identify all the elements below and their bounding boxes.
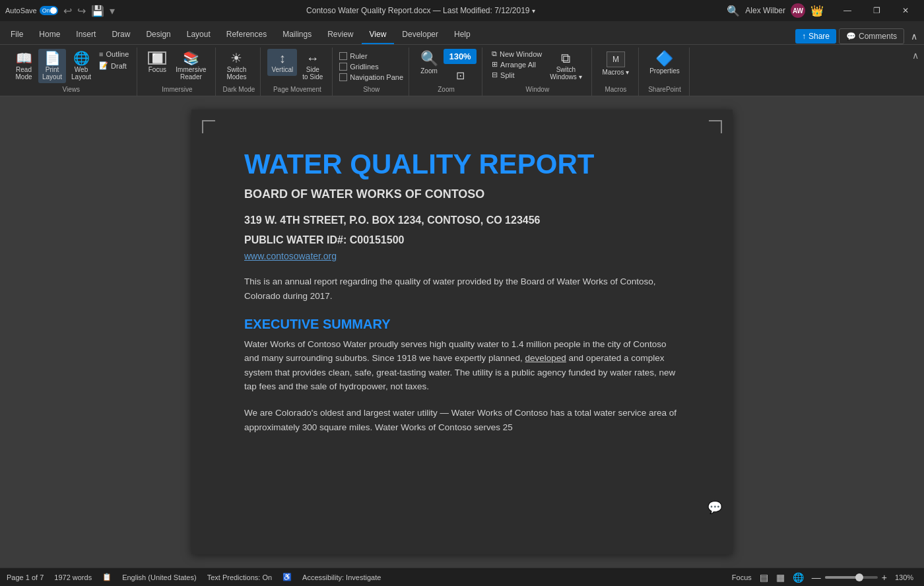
accessibility-icon[interactable]: ♿ [282, 573, 292, 581]
navigation-pane-checkbox-box[interactable] [339, 73, 347, 81]
zoom-slider-thumb[interactable] [855, 573, 863, 581]
language-label[interactable]: English (United States) [122, 573, 197, 581]
zoom-one-page-button[interactable]: ⊡ [444, 67, 477, 84]
macros-button[interactable]: M Macros ▾ [599, 49, 634, 79]
switch-modes-button[interactable]: ☀ SwitchModes [222, 49, 250, 83]
search-icon[interactable]: 🔍 [727, 5, 740, 17]
side-to-side-button[interactable]: ↔ Sideto Side [298, 49, 327, 83]
tab-help[interactable]: Help [446, 26, 478, 44]
pagemovement-label: Page Movement [267, 86, 327, 94]
share-button[interactable]: ↑ Share [795, 29, 836, 44]
zoom-pct-group: 130% ⊡ [444, 49, 477, 84]
user-avatar[interactable]: AW [791, 3, 805, 18]
restore-button[interactable]: ❐ [863, 1, 890, 20]
zoom-icon: 🔍 [420, 51, 438, 66]
views-label: Views [11, 86, 131, 94]
last-modified-dropdown[interactable]: ▾ [532, 7, 535, 15]
switch-windows-button[interactable]: ⧉ SwitchWindows ▾ [546, 49, 585, 83]
document-website[interactable]: www.contosowater.org [244, 251, 680, 261]
customize-icon[interactable]: ▾ [110, 5, 115, 17]
arrange-all-button[interactable]: ⊞ Arrange All [489, 59, 544, 69]
ribbon-group-immersive: ⬜ Focus 📚 ImmersiveReader Immersive [139, 48, 216, 96]
immersive-reader-icon: 📚 [183, 51, 199, 65]
zoom-level-label[interactable]: 130% [895, 573, 917, 581]
print-layout-button[interactable]: 📄 PrintLayout [38, 49, 66, 83]
word-count: 1972 words [54, 573, 92, 581]
ruler-checkbox[interactable]: Ruler [339, 51, 367, 61]
comments-button[interactable]: 💬 Comments [839, 28, 904, 44]
navigation-pane-checkbox[interactable]: Navigation Pane [339, 73, 403, 82]
tab-layout[interactable]: Layout [179, 26, 218, 44]
executive-summary-para1: Water Works of Contoso Water proudly ser… [244, 337, 680, 394]
undo-icon[interactable]: ↩ [63, 5, 72, 17]
executive-summary-title: EXECUTIVE SUMMARY [244, 317, 680, 332]
gridlines-checkbox[interactable]: Gridlines [339, 62, 378, 71]
properties-button[interactable]: 🔷 Properties [645, 49, 684, 77]
split-button[interactable]: ⊟ Split [489, 70, 544, 80]
document-area: WATER QUALITY REPORT BOARD OF WATER WORK… [0, 96, 924, 568]
accessibility-label[interactable]: Accessibility: Investigate [302, 573, 381, 581]
focus-label[interactable]: Focus [732, 573, 752, 581]
title-bar-right: 🔍 Alex Wilber AW 👑 — ❐ ✕ [727, 1, 919, 20]
outline-icon: ≡ [99, 50, 103, 58]
ruler-checkbox-box[interactable] [339, 52, 347, 60]
tab-draw[interactable]: Draw [104, 26, 138, 44]
pagemovement-items: ↕ Vertical ↔ Sideto Side [267, 49, 327, 84]
web-layout-button[interactable]: 🌐 WebLayout [67, 49, 95, 83]
vertical-button[interactable]: ↕ Vertical [267, 49, 297, 76]
tab-view[interactable]: View [362, 26, 395, 44]
document-address2: PUBLIC WATER ID#: C00151500 [244, 232, 680, 249]
outline-draft-group: ≡ Outline 📝 Draft [96, 49, 131, 71]
draft-icon: 📝 [99, 61, 108, 70]
focus-button[interactable]: ⬜ Focus [144, 49, 170, 76]
tab-home[interactable]: Home [31, 26, 68, 44]
document-page: WATER QUALITY REPORT BOARD OF WATER WORK… [191, 110, 733, 554]
vertical-icon: ↕ [279, 51, 286, 65]
ribbon-end: ∧ [912, 48, 919, 96]
read-mode-button[interactable]: 📖 ReadMode [11, 49, 37, 83]
draft-button[interactable]: 📝 Draft [96, 60, 131, 71]
zoom-button[interactable]: 🔍 Zoom [416, 49, 442, 77]
tab-design[interactable]: Design [138, 26, 178, 44]
side-to-side-icon: ↔ [306, 51, 319, 65]
layout-icon[interactable]: ▤ [760, 572, 768, 583]
zoom-minus-icon[interactable]: — [812, 572, 821, 583]
ribbon-collapse-button[interactable]: ∧ [907, 28, 921, 44]
immersive-items: ⬜ Focus 📚 ImmersiveReader [144, 49, 210, 84]
switch-windows-icon: ⧉ [561, 51, 570, 65]
autosave-toggle[interactable]: On [40, 6, 58, 15]
tab-file[interactable]: File [3, 26, 31, 44]
save-icon[interactable]: 💾 [91, 5, 104, 17]
ribbon-group-views: 📖 ReadMode 📄 PrintLayout 🌐 WebLayout ≡ O… [5, 48, 137, 96]
outline-button[interactable]: ≡ Outline [96, 49, 131, 59]
tab-developer[interactable]: Developer [394, 26, 446, 44]
proofing-icon[interactable]: 📋 [102, 573, 112, 581]
ribbon-group-show: Ruler Gridlines Navigation Pane Show [334, 48, 409, 96]
redo-icon[interactable]: ↪ [77, 5, 86, 17]
ribbon-group-sharepoint: 🔷 Properties SharePoint [640, 48, 690, 96]
tab-insert[interactable]: Insert [68, 26, 104, 44]
zoom-slider-track[interactable] [825, 576, 878, 579]
tab-references[interactable]: References [218, 26, 275, 44]
close-button[interactable]: ✕ [892, 1, 919, 20]
show-items: Ruler Gridlines Navigation Pane [339, 49, 403, 84]
tab-review[interactable]: Review [319, 26, 361, 44]
comment-icon[interactable]: 💬 [708, 500, 722, 515]
web-layout-status-icon[interactable]: 🌐 [793, 572, 804, 583]
tab-mailings[interactable]: Mailings [275, 26, 319, 44]
zoom-pct-label: 130% [449, 51, 471, 61]
zoom-one-page-icon: ⊡ [456, 69, 465, 82]
show-label: Show [339, 86, 403, 94]
switch-modes-icon: ☀ [230, 51, 242, 65]
ribbon-collapse-end-button[interactable]: ∧ [912, 50, 919, 61]
executive-summary-para2: We are Colorado's oldest and largest wat… [244, 406, 680, 434]
new-window-button[interactable]: ⧉ New Window [489, 49, 544, 59]
zoom-pct-button[interactable]: 130% [444, 49, 477, 64]
zoom-items: 🔍 Zoom 130% ⊡ [416, 49, 477, 84]
layout2-icon[interactable]: ▦ [776, 572, 785, 583]
gridlines-checkbox-box[interactable] [339, 63, 347, 71]
zoom-plus-icon[interactable]: + [882, 572, 887, 583]
immersive-reader-button[interactable]: 📚 ImmersiveReader [172, 49, 210, 83]
document-subtitle: BOARD OF WATER WORKS OF CONTOSO [244, 187, 680, 201]
minimize-button[interactable]: — [834, 1, 861, 20]
